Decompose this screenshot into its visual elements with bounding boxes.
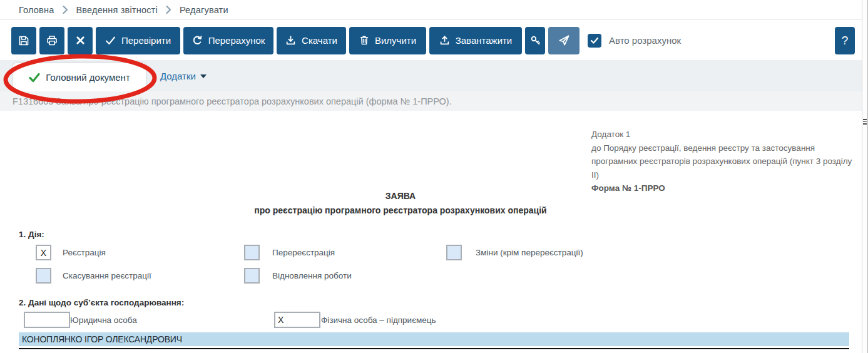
pane-splitter[interactable] (862, 0, 868, 353)
key-icon (530, 35, 541, 46)
upload-button-label: Завантажити (456, 35, 513, 46)
breadcrumb-item-reporting[interactable]: Введення звітності (76, 5, 158, 15)
tab-attachments[interactable]: Додатки (160, 60, 207, 91)
annex-line-2: до Порядку реєстрації, ведення реєстру т… (591, 141, 854, 182)
x-cross-icon (76, 36, 85, 45)
verify-button-label: Перевірити (121, 35, 171, 46)
form-title-bar: F1316605 Заява про реєстрацію програмног… (0, 91, 862, 111)
checkbox-registration[interactable]: X (36, 245, 51, 260)
save-button[interactable] (11, 27, 36, 54)
breadcrumb: Головна Введення звітності Редагувати (0, 0, 862, 20)
chevron-right-icon (166, 6, 171, 14)
help-button[interactable]: ? (835, 27, 855, 54)
grip-lines-icon (863, 119, 867, 125)
checkbox-check-icon (590, 37, 599, 44)
tab-strip: Головний документ Додатки (0, 60, 862, 91)
arrow-down-tray-icon (285, 35, 296, 46)
printer-icon (46, 35, 58, 46)
individual-entrepreneur-input[interactable]: X (274, 312, 320, 328)
annex-reference-block: Додаток 1 до Порядку реєстрації, ведення… (591, 128, 854, 195)
green-checkmark-icon (29, 73, 40, 83)
remove-button[interactable]: Вилучити (349, 27, 426, 54)
toolbar: Перевірити Перерахунок Скачати (0, 21, 862, 60)
autocalc-label: Авто розрахунок (609, 35, 681, 46)
caret-down-icon (200, 74, 207, 78)
divider-line (19, 348, 849, 349)
document-subtitle: про реєстрацію програмного реєстратора р… (19, 205, 782, 215)
form-title-text: F1316605 Заява про реєстрацію програмног… (13, 96, 452, 106)
download-button[interactable]: Скачати (277, 27, 346, 54)
sign-key-button[interactable] (525, 27, 545, 54)
checkmark-icon (105, 36, 116, 45)
checkbox-reregistration[interactable] (244, 245, 260, 260)
tab-attachments-label: Додатки (160, 71, 196, 81)
trash-can-icon (359, 35, 369, 46)
autocalc-checkbox[interactable] (588, 34, 601, 48)
document-title: ЗАЯВА (19, 191, 782, 201)
annex-line-1: Додаток 1 (591, 128, 854, 141)
arrow-up-tray-icon (439, 35, 450, 46)
checkbox-changes[interactable] (446, 245, 462, 260)
tab-main-document[interactable]: Головний документ (13, 63, 146, 91)
breadcrumb-item-home[interactable]: Головна (19, 5, 54, 15)
legal-entity-label: Юридична особа (70, 315, 137, 325)
legal-entity-input[interactable] (24, 312, 70, 328)
verify-button[interactable]: Перевірити (96, 27, 180, 54)
autocalc-control: Авто розрахунок (588, 34, 681, 48)
checkbox-cancel-registration[interactable] (36, 268, 51, 284)
circular-arrow-icon (192, 35, 203, 46)
chevron-right-icon (63, 6, 68, 14)
tab-main-document-label: Головний документ (46, 72, 130, 83)
breadcrumb-item-edit: Редагувати (180, 5, 228, 15)
recalculate-button[interactable]: Перерахунок (183, 27, 273, 54)
paper-plane-icon (558, 34, 570, 46)
checkbox-resume-work-label: Відновлення роботи (272, 271, 352, 280)
send-button[interactable] (548, 27, 580, 54)
upload-button[interactable]: Завантажити (429, 27, 522, 54)
print-button[interactable] (39, 27, 64, 54)
checkbox-reregistration-label: Перереєстрація (272, 248, 335, 257)
checkbox-registration-label: Реєстрація (63, 248, 106, 257)
download-button-label: Скачати (302, 35, 337, 46)
checkbox-cancel-registration-label: Скасування реєстрації (63, 271, 151, 280)
document-area: Додаток 1 до Порядку реєстрації, ведення… (0, 111, 862, 353)
section1-heading: 1. Дія: (19, 230, 44, 239)
close-button[interactable] (68, 27, 93, 54)
recalculate-button-label: Перерахунок (208, 35, 265, 46)
checkbox-resume-work[interactable] (244, 268, 260, 284)
subject-name-field[interactable]: КОНОПЛЯНКО ІГОР ОЛЕКСАНДРОВИЧ (19, 332, 849, 346)
individual-entrepreneur-label: Фізична особа – підприємець (321, 315, 436, 325)
remove-button-label: Вилучити (375, 35, 416, 46)
section2-heading: 2. Дані щодо суб’єкта господарювання: (19, 298, 184, 307)
checkbox-changes-label: Зміни (крім перереєстрації) (476, 248, 583, 257)
floppy-disk-icon (18, 35, 29, 46)
